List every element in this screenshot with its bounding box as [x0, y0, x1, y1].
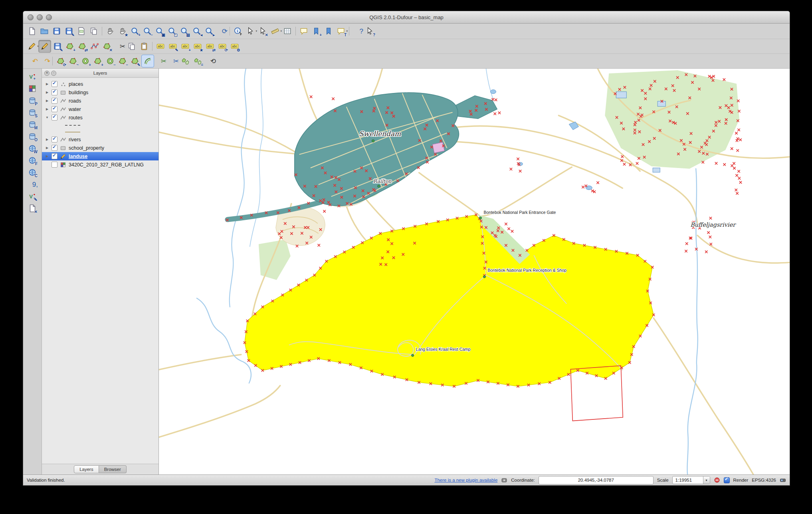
- panel-close-icon[interactable]: ✕: [44, 71, 50, 76]
- undo-icon[interactable]: ↶: [26, 55, 38, 67]
- cut-features-icon[interactable]: ✂: [113, 40, 125, 52]
- rotate-label-icon[interactable]: ⟳: [216, 40, 228, 52]
- add-ring-icon[interactable]: +: [79, 55, 91, 67]
- add-delimited-text-icon[interactable]: 9,: [27, 179, 38, 190]
- layer-item-routes[interactable]: ▼ routes: [42, 113, 158, 122]
- delete-ring-icon[interactable]: −: [104, 55, 116, 67]
- save-project-icon[interactable]: [51, 25, 63, 37]
- change-label-icon[interactable]: ⚙: [229, 40, 241, 52]
- collapse-arrow-icon[interactable]: ▼: [45, 116, 49, 119]
- new-project-icon[interactable]: [26, 25, 38, 37]
- expand-arrow-icon[interactable]: ▶: [45, 82, 49, 86]
- layer-checkbox[interactable]: [51, 162, 57, 168]
- move-feature-icon[interactable]: ⇄: [76, 40, 88, 52]
- pan-to-selection-icon[interactable]: ★: [117, 25, 129, 37]
- zoom-to-selection-icon[interactable]: ▢: [166, 25, 178, 37]
- expand-arrow-icon[interactable]: ▶: [45, 146, 49, 150]
- show-bookmarks-icon[interactable]: [323, 25, 335, 37]
- zoom-last-icon[interactable]: ◂: [191, 25, 203, 37]
- layer-checkbox[interactable]: [51, 98, 57, 104]
- node-tool-icon[interactable]: [89, 40, 101, 52]
- chevron-down-icon[interactable]: ▼: [703, 476, 710, 484]
- merge-features-icon[interactable]: [179, 55, 191, 67]
- map-canvas[interactable]: Swellendam Railton Buffeljagsrivier Bont…: [159, 69, 790, 474]
- zoom-to-layer-icon[interactable]: ▤: [178, 25, 190, 37]
- close-button[interactable]: [28, 14, 34, 20]
- layer-item-rivers[interactable]: ▶ rivers: [42, 135, 158, 144]
- add-raster-layer-icon[interactable]: [27, 83, 38, 94]
- merge-attributes-icon[interactable]: =: [192, 55, 204, 67]
- select-features-icon[interactable]: ▾: [244, 25, 256, 37]
- panel-detach-icon[interactable]: ◦: [51, 71, 56, 76]
- split-parts-icon[interactable]: ✂: [167, 55, 179, 67]
- layer-item-places[interactable]: ▶ places: [42, 80, 158, 88]
- zoom-full-extent-icon[interactable]: ▣: [154, 25, 166, 37]
- expand-arrow-icon[interactable]: ▶: [45, 154, 49, 158]
- layer-item-landuse[interactable]: ▶ landuse: [42, 152, 158, 160]
- tab-layers[interactable]: Layers: [74, 465, 99, 473]
- expand-arrow-icon[interactable]: ▶: [45, 91, 49, 94]
- help-contents-icon[interactable]: ?: [351, 25, 363, 37]
- zoom-button[interactable]: [46, 14, 52, 20]
- layer-checkbox[interactable]: [51, 153, 57, 159]
- move-label-icon[interactable]: ⇄: [204, 40, 216, 52]
- add-postgis-layer-icon[interactable]: P: [27, 95, 38, 106]
- offset-curve-icon[interactable]: [141, 55, 154, 67]
- layer-item-water[interactable]: ▶ water: [42, 105, 158, 113]
- expand-arrow-icon[interactable]: ▶: [45, 138, 49, 141]
- new-print-composer-icon[interactable]: [75, 25, 87, 37]
- open-attribute-table-icon[interactable]: [281, 25, 293, 37]
- copy-features-icon[interactable]: [126, 40, 138, 52]
- identify-features-icon[interactable]: [232, 25, 244, 37]
- rotate-feature-icon[interactable]: ⟳: [55, 55, 67, 67]
- remove-layer-icon[interactable]: ✕: [27, 203, 38, 214]
- crs-status-icon[interactable]: [780, 477, 786, 483]
- render-checkbox[interactable]: [724, 477, 730, 483]
- whats-this-icon[interactable]: ?: [364, 25, 376, 37]
- tab-browser[interactable]: Browser: [99, 465, 127, 473]
- add-feature-icon[interactable]: +: [64, 40, 76, 52]
- paste-features-icon[interactable]: [138, 40, 150, 52]
- open-project-icon[interactable]: [38, 25, 50, 37]
- save-project-as-icon[interactable]: ✎: [63, 25, 75, 37]
- zoom-next-icon[interactable]: ▸: [203, 25, 215, 37]
- zoom-in-icon[interactable]: +: [129, 25, 141, 37]
- simplify-feature-icon[interactable]: ~: [67, 55, 79, 67]
- text-annotation-icon[interactable]: T ▾: [335, 25, 347, 37]
- add-wcs-layer-icon[interactable]: C: [27, 167, 38, 178]
- layer-item-buildings[interactable]: ▶ buildings: [42, 88, 158, 97]
- add-spatialite-layer-icon[interactable]: S: [27, 107, 38, 118]
- plugin-icon[interactable]: [501, 477, 507, 483]
- split-features-icon[interactable]: ✂: [154, 55, 166, 67]
- zoom-out-icon[interactable]: −: [141, 25, 153, 37]
- scale-combo[interactable]: 1:19951 ▼: [672, 476, 710, 484]
- reshape-features-icon[interactable]: ✎: [129, 55, 141, 67]
- add-part-icon[interactable]: +: [92, 55, 104, 67]
- layer-checkbox[interactable]: [51, 145, 57, 151]
- label-settings-icon[interactable]: ✎: [167, 40, 179, 52]
- map-tips-icon[interactable]: [298, 25, 310, 37]
- delete-selected-icon[interactable]: ✕: [101, 40, 113, 52]
- coordinate-input[interactable]: [539, 476, 654, 484]
- minimize-button[interactable]: [37, 14, 43, 20]
- layer-item-roads[interactable]: ▶ roads: [42, 97, 158, 105]
- add-wms-layer-icon[interactable]: W: [27, 143, 38, 154]
- layer-checkbox[interactable]: [51, 115, 57, 121]
- measure-icon[interactable]: ▾: [269, 25, 281, 37]
- delete-part-icon[interactable]: −: [117, 55, 129, 67]
- expand-arrow-icon[interactable]: ▶: [45, 99, 49, 103]
- rotate-point-symbols-icon[interactable]: ⟲: [204, 55, 216, 67]
- layer-item-school-property[interactable]: ▶ school_property: [42, 144, 158, 152]
- highlight-labels-icon[interactable]: ★: [192, 40, 204, 52]
- composer-manager-icon[interactable]: [88, 25, 100, 37]
- redo-icon[interactable]: ↷: [38, 55, 50, 67]
- layer-item-raster[interactable]: 3420C_2010_327_RGB_LATLNG: [42, 160, 158, 169]
- toggle-editing-icon[interactable]: [38, 40, 51, 53]
- layer-checkbox[interactable]: [51, 89, 57, 95]
- plugin-link[interactable]: There is a new plugin available: [434, 478, 497, 482]
- layer-checkbox[interactable]: [51, 106, 57, 112]
- add-wfs-layer-icon[interactable]: F: [27, 155, 38, 166]
- new-shapefile-layer-icon[interactable]: ✎: [27, 191, 38, 202]
- stop-render-icon[interactable]: [714, 477, 720, 483]
- save-layer-edits-icon[interactable]: ✎: [51, 40, 63, 52]
